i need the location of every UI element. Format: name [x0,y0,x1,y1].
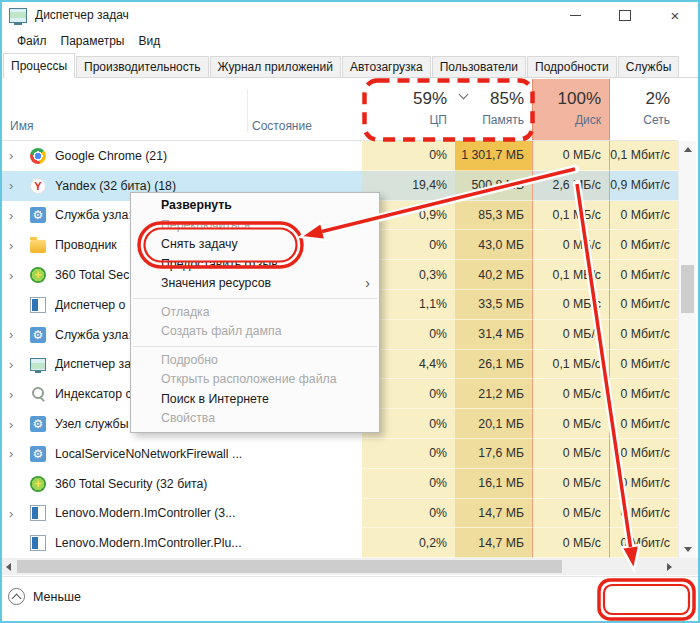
expand-chevron-icon[interactable]: › [0,148,25,163]
network-cell: 0 Мбит/с [610,290,678,320]
table-row[interactable]: › Lenovo.Modern.ImController (3... 0% 14… [0,499,678,529]
network-cell: 0 Мбит/с [610,201,678,231]
context-menu-item[interactable]: Переключиться [131,216,379,236]
expand-chevron-icon[interactable]: › [0,268,25,283]
network-cell: 0 Мбит/с [610,528,678,558]
fewer-details-toggle[interactable]: Меньше [8,588,81,605]
process-icon [30,358,46,371]
table-row[interactable]: Lenovo.Modern.ImController.Plu... 0,2% 1… [0,528,678,558]
memory-cell: 14,7 МБ [455,528,532,558]
column-header-name[interactable]: Имя [10,119,33,133]
tab[interactable]: Журнал приложений [210,56,341,77]
column-header-status[interactable]: Состояние [252,119,312,133]
column-usage-percent: 100% [533,88,601,109]
context-menu-item-label: Подробно [161,353,218,367]
table-row[interactable]: 360 Total Security (32 бита) 0% 16,1 МБ … [0,469,678,499]
context-menu-item[interactable]: Свойства [131,409,379,429]
context-menu-item-label: Предоставить отзыв [161,257,278,271]
network-cell: 0 Мбит/с [610,260,678,290]
memory-cell: 500,8 МБ [455,171,532,201]
network-cell: 0,1 Мбит/с [610,141,678,171]
process-icon [30,446,46,462]
tab[interactable]: Процессы [3,53,75,78]
submenu-arrow-icon: › [365,274,370,294]
context-menu-item[interactable]: Подробно [131,351,379,371]
column-label: Диск [533,113,601,127]
fewer-details-label: Меньше [33,590,81,604]
memory-cell: 85,3 МБ [455,201,532,231]
scroll-left-arrow-icon[interactable] [0,558,17,575]
menubar-item[interactable]: Параметры [54,32,132,50]
scrollbar-corner [678,558,698,575]
menubar-item[interactable]: Файл [10,32,54,50]
column-header-stat[interactable]: 100% Диск [532,79,610,140]
expand-chevron-icon[interactable]: › [0,238,25,253]
close-button[interactable]: × [650,0,700,30]
menubar-item[interactable]: Вид [131,32,167,50]
context-menu-item[interactable]: Поиск в Интернете [131,390,379,410]
context-menu-item[interactable] [133,298,377,299]
process-icon [30,476,46,492]
process-icon [30,297,46,313]
memory-cell: 33,5 МБ [455,290,532,320]
maximize-icon [619,10,631,21]
context-menu-item[interactable]: Предоставить отзыв [131,255,379,275]
context-menu-item[interactable]: Развернуть [131,196,379,216]
tab[interactable]: Службы [618,56,679,77]
scroll-up-arrow-icon[interactable] [679,141,697,158]
menu-bar: Файл Параметры Вид [0,30,700,52]
memory-cell: 26,1 МБ [455,350,532,380]
table-header: Имя Состояние 59% ЦП 85% Память 100% Дис… [0,79,678,141]
column-header-stat[interactable]: 59% ЦП [362,79,455,140]
column-header-stat[interactable]: 2% Сеть [610,79,678,140]
disk-cell: 0,1 МБ/с [532,201,610,231]
expand-chevron-icon[interactable]: › [0,327,25,342]
disk-cell: 0 МБ/с [532,290,610,320]
process-icon [30,505,46,521]
network-cell: 0 Мбит/с [610,379,678,409]
horizontal-scrollbar[interactable] [0,558,678,575]
context-menu-item[interactable]: Снять задачу [131,235,379,255]
context-menu-item[interactable] [133,346,377,347]
expand-chevron-icon[interactable]: › [0,178,25,193]
tab[interactable]: Подробности [527,56,617,77]
horizontal-scrollbar-thumb[interactable] [17,560,562,573]
tab[interactable]: Пользователи [432,56,526,77]
table-row[interactable]: › LocalServiceNoNetworkFirewall ... 0% 1… [0,439,678,469]
cpu-cell: 0% [362,469,455,499]
column-header-stat[interactable]: 85% Память [455,79,532,140]
process-name: LocalServiceNoNetworkFirewall ... [55,447,362,461]
expand-chevron-icon[interactable]: › [0,357,25,372]
vertical-scrollbar-thumb[interactable] [681,265,694,313]
context-menu-item[interactable]: Создать файл дампа [131,322,379,342]
scroll-right-arrow-icon[interactable] [661,558,678,575]
minimize-button[interactable] [550,0,600,30]
task-manager-window: Диспетчер задач × Файл Параметры Вид Про… [0,0,700,623]
context-menu-item-label: Переключиться [161,218,250,232]
table-row[interactable]: › Google Chrome (21) 0% 1 301,7 МБ 0 МБ/… [0,141,678,171]
process-icon [30,207,46,223]
disk-cell: 0 МБ/с [532,379,610,409]
context-menu-item[interactable]: Значения ресурсов › [131,274,379,294]
vertical-scrollbar[interactable] [678,141,696,558]
maximize-button[interactable] [600,0,650,30]
tab[interactable]: Производительность [76,56,208,77]
expand-chevron-icon[interactable]: › [0,506,25,521]
context-menu-item[interactable]: Открыть расположение файла [131,370,379,390]
column-label: Сеть [610,113,670,127]
network-cell: 0 Мбит/с [610,350,678,380]
cpu-cell: 0,2% [362,528,455,558]
expand-chevron-icon[interactable]: › [0,208,25,223]
process-icon [30,535,46,551]
context-menu-item[interactable]: Отладка [131,303,379,323]
tab[interactable]: Автозагрузка [342,56,431,77]
footer-bar: Меньше Снять задачу [0,576,700,622]
expand-chevron-icon[interactable]: › [0,387,25,402]
network-cell: 0 Мбит/с [610,499,678,529]
column-usage-percent: 59% [362,88,447,109]
expand-chevron-icon[interactable]: › [0,446,25,461]
expand-chevron-icon[interactable]: › [0,417,25,432]
disk-cell: 0 МБ/с [532,230,610,260]
scroll-down-arrow-icon[interactable] [679,541,697,558]
tab-strip: Процессы Производительность Журнал прило… [0,52,700,78]
